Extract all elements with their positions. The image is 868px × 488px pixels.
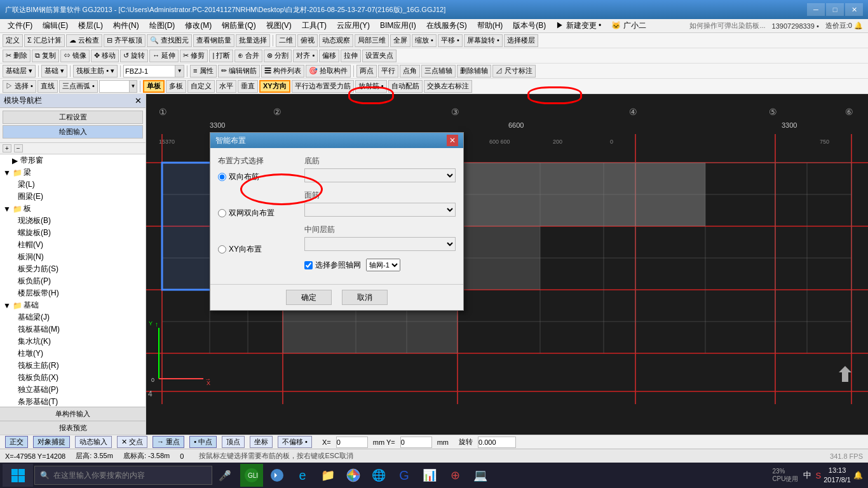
tree-item-raft[interactable]: 筏板基础(M) xyxy=(0,323,146,336)
nav-draw-input[interactable]: 绘图输入 xyxy=(3,125,143,139)
btn-arc[interactable]: 三点画弧 • xyxy=(59,80,98,93)
btn-parallel-force[interactable]: 平行边布置受力筋 xyxy=(292,80,354,93)
menu-draw[interactable]: 绘图(D) xyxy=(144,19,180,32)
menu-tools[interactable]: 工具(T) xyxy=(297,19,332,32)
btn-horizontal[interactable]: 水平 xyxy=(216,80,236,93)
tree-item-raft-neg[interactable]: 筏板负筋(X) xyxy=(0,372,146,384)
taskbar-app-2[interactable] xyxy=(266,464,288,487)
dialog-close-button[interactable]: ✕ xyxy=(447,135,458,146)
tree-item-window-band[interactable]: ▶ 带形窗 xyxy=(0,154,146,166)
dialog-cancel-button[interactable]: 取消 xyxy=(342,290,388,305)
btn-rotate-edit[interactable]: ↺ 旋转 xyxy=(120,50,148,62)
btn-custom[interactable]: 自定义 xyxy=(187,80,215,93)
element-name-arrow[interactable]: ▼ xyxy=(175,65,184,77)
btn-copy[interactable]: ⧉ 复制 xyxy=(32,50,59,62)
shape-input[interactable] xyxy=(100,81,129,92)
close-button[interactable]: ✕ xyxy=(845,3,863,16)
status-coord[interactable]: 坐标 xyxy=(250,436,273,448)
tree-item-iso-found[interactable]: 独立基础(P) xyxy=(0,384,146,396)
status-midpoint[interactable]: • 中点 xyxy=(189,436,217,448)
canvas-area[interactable]: ① ② ③ ④ ⑤ ⑥ 3300 6600 3300 15370 1000 12… xyxy=(146,94,868,435)
btn-stretch[interactable]: 拉伸 xyxy=(341,50,361,62)
status-dynamic[interactable]: 动态输入 xyxy=(75,436,112,448)
btn-edit-rebar[interactable]: ✏ 编辑钢筋 xyxy=(218,65,260,78)
radio-xy-input[interactable] xyxy=(218,245,226,254)
menu-gxe[interactable]: 🐱 广小二 xyxy=(606,19,651,32)
btn-line[interactable]: 直线 xyxy=(37,80,58,93)
start-button[interactable] xyxy=(3,464,33,487)
taskbar-app-globe[interactable]: 🌐 xyxy=(367,464,390,487)
status-intersect[interactable]: ✕ 交点 xyxy=(117,436,147,448)
btn-report-preview[interactable]: 报表预览 xyxy=(0,421,146,435)
btn-xy-dir[interactable]: XY方向 xyxy=(259,80,290,93)
status-vertex[interactable]: 顶点 xyxy=(222,436,245,448)
btn-two-point[interactable]: 两点 xyxy=(356,65,377,78)
dialog-confirm-button[interactable]: 确定 xyxy=(286,290,332,305)
btn-parallel[interactable]: 平行 xyxy=(378,65,398,78)
btn-pick-component[interactable]: 🎯 拾取构件 xyxy=(306,65,351,78)
btn-pan[interactable]: 平移 • xyxy=(438,34,463,47)
btn-trim[interactable]: ✂ 修剪 xyxy=(180,50,208,62)
axis-checkbox[interactable] xyxy=(304,261,313,269)
btn-view-rebar[interactable]: 查看钢筋量 xyxy=(193,34,234,47)
taskbar-app-glidas[interactable]: GLI xyxy=(240,464,263,487)
menu-online[interactable]: 在线服务(S) xyxy=(421,19,472,32)
element-name-combo[interactable]: ▼ xyxy=(123,65,184,78)
menu-version[interactable]: 版本号(B) xyxy=(508,19,551,32)
btn-rotate[interactable]: 屏幕旋转 • xyxy=(464,34,503,47)
taskbar-app-chrome[interactable] xyxy=(342,464,365,487)
menu-view[interactable]: 视图(V) xyxy=(261,19,297,32)
task-notification[interactable]: 🔔 xyxy=(853,471,863,480)
radio-bidir[interactable]: 双向布筋 xyxy=(218,172,294,182)
btn-multi-slab[interactable]: 多板 xyxy=(166,80,186,93)
tree-item-floor-band[interactable]: 楼层板带(H) xyxy=(0,287,146,299)
btn-point-angle[interactable]: 点角 xyxy=(400,65,420,78)
btn-level-top[interactable]: ⊟ 齐平板顶 xyxy=(104,34,146,47)
collapse-all-btn[interactable]: − xyxy=(14,144,23,152)
radio-dual-net-input[interactable] xyxy=(218,209,226,217)
tree-item-foundation-group[interactable]: ▼ 📁 基础 xyxy=(0,299,146,311)
maximize-button[interactable]: □ xyxy=(826,3,844,16)
btn-auto-config[interactable]: 自动配筋 xyxy=(388,80,423,93)
btn-three-point-axis[interactable]: 三点辅轴 xyxy=(421,65,456,78)
tree-item-cast-slab[interactable]: 现浇板(B) xyxy=(0,215,146,227)
menu-bim[interactable]: BIM应用(I) xyxy=(375,19,421,32)
taskbar-app-ie[interactable]: e xyxy=(291,464,314,487)
btn-calc[interactable]: Σ 汇总计算 xyxy=(24,34,65,47)
btn-batch-select[interactable]: 批量选择 xyxy=(236,34,270,47)
taskbar-app-excel[interactable]: 📊 xyxy=(418,464,441,487)
axis-select[interactable]: 轴网-1 xyxy=(366,259,400,271)
btn-del-axis[interactable]: 删除辅轴 xyxy=(457,65,491,78)
tree-item-spiral-slab[interactable]: 螺旋板(B) xyxy=(0,227,146,239)
menu-floor[interactable]: 楼层(L) xyxy=(73,19,108,32)
btn-split[interactable]: ⊗ 分割 xyxy=(264,50,292,62)
element-name-input[interactable] xyxy=(124,65,175,77)
btn-delete[interactable]: ✂ 删除 xyxy=(3,50,31,62)
expand-all-btn[interactable]: + xyxy=(3,144,11,152)
btn-single-slab[interactable]: 单板 xyxy=(143,80,165,93)
taskbar-search[interactable]: 🔍 在这里输入你要搜索的内容 xyxy=(34,466,212,485)
btn-fullscreen[interactable]: 全屏 xyxy=(390,34,410,47)
tree-item-raft-main[interactable]: 筏板主筋(R) xyxy=(0,360,146,372)
status-no-offset[interactable]: 不偏移 • xyxy=(278,436,312,448)
btn-vertical[interactable]: 垂直 xyxy=(238,80,258,93)
shape-combo[interactable]: ▼ xyxy=(99,80,137,93)
btn-align[interactable]: 对齐 • xyxy=(293,50,318,62)
menu-component[interactable]: 构件(N) xyxy=(108,19,144,32)
btn-zoom[interactable]: 缩放 • xyxy=(412,34,437,47)
menu-cloud[interactable]: 云应用(Y) xyxy=(332,19,375,32)
btn-component-list[interactable]: ☰ 构件列表 xyxy=(261,65,304,78)
btn-define[interactable]: 定义 xyxy=(3,34,23,47)
menu-edit[interactable]: 编辑(E) xyxy=(37,19,73,32)
nav-project-settings[interactable]: 工程设置 xyxy=(3,111,143,124)
microphone-icon[interactable]: 🎤 xyxy=(214,464,236,487)
btn-top-view[interactable]: 俯视 xyxy=(297,34,318,47)
menu-help[interactable]: 帮助(H) xyxy=(472,19,508,32)
minimize-button[interactable]: ─ xyxy=(807,3,825,16)
status-snap[interactable]: 对象捕捉 xyxy=(33,436,70,448)
btn-offset[interactable]: 偏移 xyxy=(319,50,339,62)
btn-radial[interactable]: 放射筋 • xyxy=(355,80,387,93)
tree-item-sump[interactable]: 集水坑(K) xyxy=(0,336,146,348)
x-input[interactable] xyxy=(336,437,368,448)
btn-grip[interactable]: 设置夹点 xyxy=(362,50,397,62)
